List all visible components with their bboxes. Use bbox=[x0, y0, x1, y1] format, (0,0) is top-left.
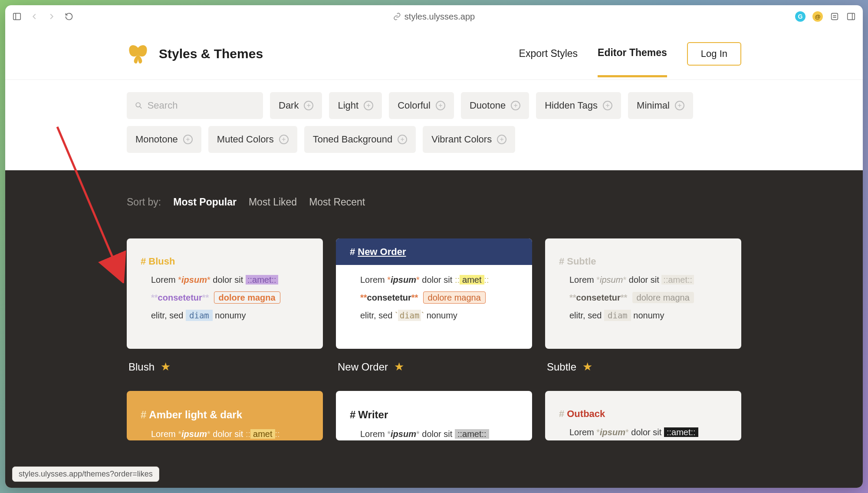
theme-title: Outback bbox=[567, 408, 605, 419]
theme-name: Subtle bbox=[547, 361, 576, 373]
filter-bar: Dark+ Light+ Colorful+ Duotone+ Hidden T… bbox=[5, 80, 863, 170]
theme-card-writer[interactable]: #Writer Lorem *ipsum* dolor sit ::amet:: bbox=[336, 391, 532, 440]
sort-row: Sort by: Most Popular Most Liked Most Re… bbox=[127, 196, 741, 208]
plus-icon: + bbox=[497, 135, 506, 144]
filter-chip-hidden-tags[interactable]: Hidden Tags+ bbox=[536, 92, 621, 119]
star-icon[interactable]: ★ bbox=[394, 360, 404, 374]
plus-icon: + bbox=[279, 135, 289, 144]
search-input-wrapper[interactable] bbox=[127, 92, 263, 119]
sort-most-liked[interactable]: Most Liked bbox=[249, 196, 297, 208]
extension-icon[interactable]: @ bbox=[812, 11, 823, 22]
link-icon bbox=[393, 13, 401, 20]
extensions-icon[interactable] bbox=[830, 12, 839, 21]
star-icon[interactable]: ★ bbox=[582, 360, 592, 374]
filter-chip-muted-colors[interactable]: Muted Colors+ bbox=[208, 126, 297, 153]
themes-section: Sort by: Most Popular Most Liked Most Re… bbox=[5, 170, 863, 488]
plus-icon: + bbox=[511, 101, 520, 110]
nav-export-styles[interactable]: Export Styles bbox=[519, 48, 578, 76]
theme-title: Subtle bbox=[567, 256, 596, 267]
logo[interactable]: Styles & Themes bbox=[127, 43, 263, 64]
sort-label: Sort by: bbox=[127, 196, 161, 208]
plus-icon: + bbox=[603, 101, 612, 110]
plus-icon: + bbox=[183, 135, 193, 144]
svg-point-5 bbox=[136, 103, 140, 107]
theme-title: Writer bbox=[358, 409, 388, 420]
themes-grid: #Blush Lorem *ipsum* dolor sit ::amet:: … bbox=[127, 238, 741, 440]
login-button[interactable]: Log In bbox=[687, 42, 741, 66]
site-header: Styles & Themes Export Styles Editor The… bbox=[5, 28, 863, 80]
svg-rect-3 bbox=[848, 13, 855, 20]
theme-card-subtle[interactable]: #Subtle Lorem *ipsum* dolor sit ::amet::… bbox=[545, 238, 741, 378]
status-bar-link: styles.ulysses.app/themes?order=likes bbox=[12, 467, 159, 482]
site-title: Styles & Themes bbox=[159, 46, 263, 61]
plus-icon: + bbox=[436, 101, 445, 110]
browser-toolbar: styles.ulysses.app G @ bbox=[5, 5, 863, 28]
filter-chip-vibrant-colors[interactable]: Vibrant Colors+ bbox=[423, 126, 515, 153]
forward-icon[interactable] bbox=[47, 12, 56, 21]
filter-chip-dark[interactable]: Dark+ bbox=[270, 92, 322, 119]
svg-line-6 bbox=[140, 106, 141, 108]
theme-card-new-order[interactable]: #New Order Lorem *ipsum* dolor sit ::ame… bbox=[336, 238, 532, 378]
sort-most-recent[interactable]: Most Recent bbox=[309, 196, 365, 208]
filter-chip-duotone[interactable]: Duotone+ bbox=[461, 92, 529, 119]
butterfly-icon bbox=[127, 43, 149, 64]
back-icon[interactable] bbox=[30, 12, 39, 21]
star-icon[interactable]: ★ bbox=[161, 360, 171, 374]
theme-name: Blush bbox=[128, 361, 155, 373]
nav-editor-themes[interactable]: Editor Themes bbox=[598, 47, 667, 77]
extension-grammarly-icon[interactable]: G bbox=[795, 11, 806, 22]
svg-rect-2 bbox=[832, 13, 838, 20]
theme-title: New Order bbox=[358, 246, 406, 257]
search-input[interactable] bbox=[148, 100, 255, 111]
theme-title: Amber light & dark bbox=[149, 409, 242, 420]
filter-chip-minimal[interactable]: Minimal+ bbox=[628, 92, 693, 119]
plus-icon: + bbox=[364, 101, 373, 110]
tabs-icon[interactable] bbox=[846, 12, 856, 21]
filter-chip-colorful[interactable]: Colorful+ bbox=[389, 92, 454, 119]
search-icon bbox=[135, 101, 143, 110]
theme-title: Blush bbox=[148, 256, 175, 267]
theme-card-blush[interactable]: #Blush Lorem *ipsum* dolor sit ::amet:: … bbox=[127, 238, 323, 378]
plus-icon: + bbox=[398, 135, 407, 144]
theme-card-amber[interactable]: #Amber light & dark Lorem *ipsum* dolor … bbox=[127, 391, 323, 440]
svg-rect-0 bbox=[13, 13, 21, 20]
plus-icon: + bbox=[675, 101, 684, 110]
filter-chip-light[interactable]: Light+ bbox=[329, 92, 382, 119]
theme-name: New Order bbox=[338, 361, 388, 373]
address-bar[interactable]: styles.ulysses.app bbox=[393, 12, 475, 22]
reload-icon[interactable] bbox=[64, 12, 74, 21]
plus-icon: + bbox=[304, 101, 313, 110]
filter-chip-monotone[interactable]: Monotone+ bbox=[127, 126, 201, 153]
filter-chip-toned-background[interactable]: Toned Background+ bbox=[304, 126, 416, 153]
sidebar-toggle-icon[interactable] bbox=[12, 12, 22, 21]
theme-card-outback[interactable]: #Outback Lorem *ipsum* dolor sit ::amet:… bbox=[545, 391, 741, 440]
url-text: styles.ulysses.app bbox=[404, 12, 475, 22]
sort-most-popular[interactable]: Most Popular bbox=[173, 196, 237, 208]
